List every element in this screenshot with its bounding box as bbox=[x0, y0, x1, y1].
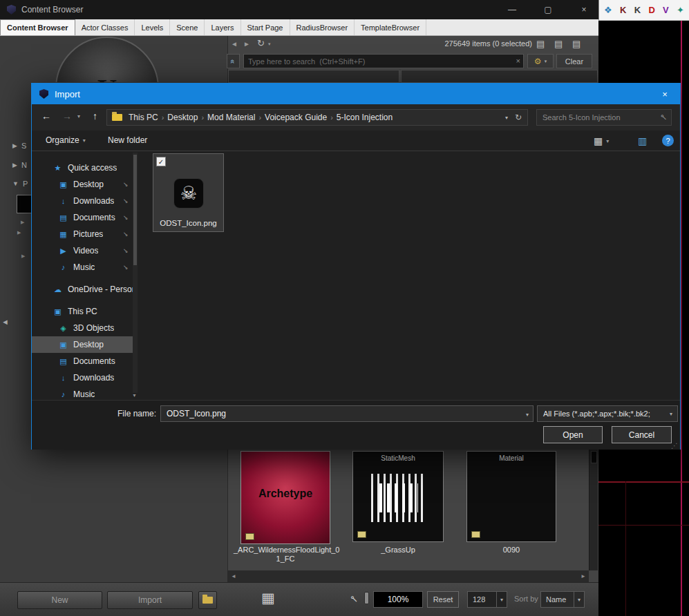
sidebar-item-3d-objects[interactable]: ◈ 3D Objects bbox=[32, 320, 135, 336]
sidebar-item-this-pc[interactable]: ▣ This PC bbox=[32, 303, 135, 320]
breadcrumb-item[interactable]: 5-Icon Injection bbox=[333, 113, 396, 122]
refresh-dropdown-icon[interactable]: ▾ bbox=[268, 41, 271, 47]
tree-fragment-new[interactable]: ▶ N bbox=[12, 161, 27, 169]
search-options-button[interactable]: ⚙ ▾ bbox=[527, 54, 554, 68]
preview-pane-button[interactable]: ▥ bbox=[638, 135, 647, 146]
tree-arrow-icon[interactable]: ▶ bbox=[17, 230, 21, 235]
tree-arrow-icon[interactable]: ▶ bbox=[21, 253, 25, 259]
organize-menu[interactable]: Organize ▾ bbox=[46, 135, 86, 145]
history-forward-icon[interactable]: ► bbox=[243, 40, 250, 48]
asset-tile-staticmesh[interactable]: StaticMesh bbox=[352, 451, 444, 542]
sidebar-item-music-thispc[interactable]: ♪ Music bbox=[32, 386, 135, 400]
scrollbar-thumb[interactable] bbox=[591, 451, 597, 463]
file-name-input[interactable] bbox=[161, 406, 533, 421]
package-icon-2[interactable]: ▤ bbox=[554, 39, 563, 49]
new-folder-button[interactable]: New folder bbox=[108, 135, 147, 145]
sidebar-item-pictures[interactable]: ▦ Pictures ⊸ bbox=[32, 226, 135, 242]
breadcrumb-item[interactable]: Voicepack Guide bbox=[261, 113, 330, 122]
minimize-button[interactable]: — bbox=[500, 0, 524, 19]
sort-combo[interactable]: Name ▾ bbox=[540, 591, 585, 608]
tab-layers[interactable]: Layers bbox=[205, 19, 240, 35]
tab-content-browser[interactable]: Content Browser bbox=[0, 19, 75, 35]
editor-tool-icon[interactable]: V bbox=[663, 5, 669, 15]
thumbnail-size-combo[interactable]: 128 ▾ bbox=[467, 591, 507, 608]
sidebar-item-videos[interactable]: ▶ Videos ⊸ bbox=[32, 242, 135, 259]
zoom-value-field[interactable]: 100% bbox=[373, 591, 423, 608]
folder-icon bbox=[202, 597, 213, 604]
asset-tile-archetype[interactable]: Archetype bbox=[240, 451, 330, 544]
sidebar-item-downloads-thispc[interactable]: ↓ Downloads bbox=[32, 369, 135, 386]
resize-grip-icon[interactable]: ⋰ bbox=[671, 442, 678, 450]
asset-tile-material[interactable]: Material bbox=[466, 451, 556, 542]
tab-actor-classes[interactable]: Actor Classes bbox=[75, 19, 135, 35]
tab-scene[interactable]: Scene bbox=[170, 19, 205, 35]
breadcrumb[interactable]: This PC › Desktop › Mod Material › Voice… bbox=[106, 109, 528, 126]
file-type-combo[interactable]: All Files (*.apb;*.apx;*.bik;*.bk2; ▾ bbox=[537, 405, 678, 422]
history-back-icon[interactable]: ◄ bbox=[231, 40, 238, 48]
editor-tool-icon[interactable]: K bbox=[620, 5, 626, 15]
cancel-button[interactable]: Cancel bbox=[612, 426, 672, 443]
tab-templatebrowser[interactable]: TemplateBrowser bbox=[355, 19, 426, 35]
zoom-slider-handle[interactable] bbox=[364, 592, 369, 604]
tree-arrow-icon[interactable]: ▶ bbox=[21, 220, 24, 225]
sidebar-scrollbar[interactable] bbox=[133, 153, 138, 393]
breadcrumb-dropdown-icon[interactable]: ▾ bbox=[505, 115, 508, 121]
browser-search-input[interactable] bbox=[244, 55, 523, 68]
clear-button[interactable]: Clear bbox=[556, 54, 592, 68]
sidebar-item-documents-thispc[interactable]: ▤ Documents bbox=[32, 353, 135, 369]
maximize-button[interactable]: ▢ bbox=[536, 0, 560, 19]
nav-history-dropdown-icon[interactable]: ▾ bbox=[77, 113, 80, 119]
refresh-icon[interactable]: ↻ bbox=[257, 38, 265, 48]
scroll-down-icon[interactable]: ▼ bbox=[132, 393, 137, 398]
package-icon-1[interactable]: ▤ bbox=[536, 39, 545, 49]
editor-tool-icon[interactable]: D bbox=[648, 5, 654, 15]
sidebar-item-desktop[interactable]: ▣ Desktop ⊸ bbox=[32, 176, 135, 193]
asset-horizontal-scrollbar[interactable]: ◄ ► bbox=[228, 570, 589, 582]
scroll-left-icon[interactable]: ◄ bbox=[231, 573, 236, 579]
panel-collapse-arrow-icon[interactable]: ◄ bbox=[1, 318, 9, 326]
editor-tool-icon[interactable]: ✦ bbox=[677, 5, 684, 15]
sidebar-item-desktop-thispc[interactable]: ▣ Desktop bbox=[32, 336, 135, 353]
checkbox-checked[interactable]: ✓ bbox=[156, 157, 166, 166]
chevron-down-icon[interactable]: ▾ bbox=[526, 412, 529, 418]
dialog-search-input[interactable] bbox=[537, 110, 671, 125]
breadcrumb-item[interactable]: This PC bbox=[125, 113, 162, 122]
grid-view-icon[interactable]: ▦ bbox=[261, 590, 275, 606]
breadcrumb-item[interactable]: Mod Material bbox=[204, 113, 258, 122]
file-item-odst-icon[interactable]: ✓ ☠ ODST_Icon.png bbox=[153, 153, 224, 232]
sidebar-item-onedrive[interactable]: ☁ OneDrive - Persor bbox=[32, 281, 135, 298]
nav-up-icon[interactable]: ↑ bbox=[93, 110, 97, 122]
nav-back-icon[interactable]: ← bbox=[41, 110, 51, 122]
sidebar-item-music[interactable]: ♪ Music ⊸ bbox=[32, 259, 135, 276]
close-button[interactable]: × bbox=[572, 0, 596, 19]
scroll-right-icon[interactable]: ► bbox=[581, 573, 586, 579]
tab-radiusbrowser[interactable]: RadiusBrowser bbox=[290, 19, 355, 35]
nav-forward-icon[interactable]: → bbox=[62, 110, 72, 122]
collapse-all-button[interactable]: « bbox=[227, 54, 240, 68]
reset-zoom-button[interactable]: Reset bbox=[427, 591, 459, 608]
clear-search-icon[interactable]: × bbox=[516, 57, 520, 65]
editor-main-toolbar: ❖ K K D V ✦ bbox=[598, 0, 689, 21]
tree-fragment-sources[interactable]: ▶ S bbox=[12, 142, 26, 150]
open-button[interactable]: Open bbox=[543, 426, 603, 443]
help-button[interactable]: ? bbox=[662, 135, 674, 146]
sidebar-item-quick-access[interactable]: ★ Quick access bbox=[32, 160, 135, 176]
dialog-titlebar[interactable]: Import × bbox=[32, 84, 680, 104]
new-button[interactable]: New bbox=[17, 591, 102, 609]
asset-vertical-scrollbar[interactable] bbox=[589, 450, 598, 570]
scrollbar-thumb[interactable] bbox=[133, 155, 137, 265]
package-icon-3[interactable]: ▤ bbox=[572, 39, 581, 49]
import-button[interactable]: Import bbox=[107, 591, 193, 609]
sidebar-item-downloads[interactable]: ↓ Downloads ⊸ bbox=[32, 193, 135, 209]
tree-fragment-packages[interactable]: ▼ P bbox=[12, 180, 28, 188]
tab-levels[interactable]: Levels bbox=[135, 19, 170, 35]
refresh-icon[interactable]: ↻ bbox=[515, 113, 522, 122]
view-mode-button[interactable]: ▦ ▾ bbox=[594, 135, 609, 146]
sidebar-item-documents[interactable]: ▤ Documents ⊸ bbox=[32, 209, 135, 226]
editor-tool-icon[interactable]: K bbox=[634, 5, 641, 15]
dialog-close-button[interactable]: × bbox=[650, 84, 680, 104]
open-folder-button[interactable] bbox=[198, 591, 217, 609]
editor-tool-icon[interactable]: ❖ bbox=[604, 5, 612, 15]
breadcrumb-item[interactable]: Desktop bbox=[164, 113, 201, 122]
tab-start-page[interactable]: Start Page bbox=[241, 19, 290, 35]
